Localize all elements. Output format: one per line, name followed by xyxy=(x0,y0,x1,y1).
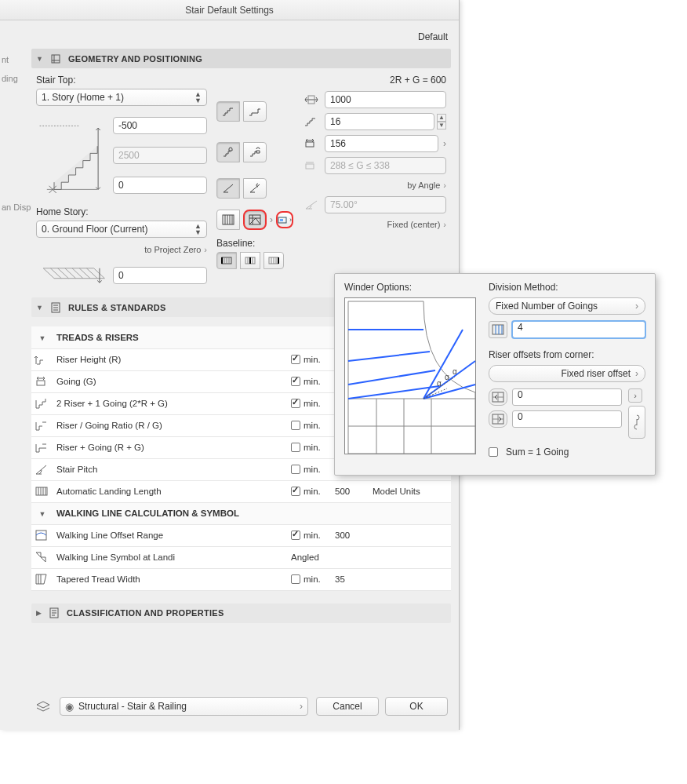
min-checkbox[interactable]: min. xyxy=(288,392,332,414)
sum-checkbox[interactable] xyxy=(489,447,498,457)
unlock-riser-icon[interactable] xyxy=(243,142,267,162)
layer-icon xyxy=(35,700,52,713)
sidebar-item[interactable]: ding xyxy=(0,69,31,88)
rule-name: Automatic Landing Length xyxy=(53,480,288,502)
rules-icon xyxy=(49,301,62,314)
layer-select[interactable]: ◉ Structural - Stair & Railing › xyxy=(60,697,308,716)
baseline-left-icon[interactable] xyxy=(216,252,237,269)
classification-icon xyxy=(48,607,60,619)
chevron-right-icon: › xyxy=(300,701,303,712)
plan-winder-icon[interactable] xyxy=(243,210,267,230)
classification-panel-header[interactable]: CLASSIFICATION AND PROPERTIES xyxy=(31,603,451,623)
stair-width-field[interactable]: 1000 xyxy=(325,91,446,108)
min-checkbox[interactable]: min. xyxy=(288,568,332,590)
baseline-right-icon[interactable] xyxy=(264,252,284,269)
min-checkbox[interactable]: min. xyxy=(288,436,332,458)
rule-value[interactable]: 500 xyxy=(332,480,369,502)
project-zero-link[interactable]: to Project Zero› xyxy=(36,241,207,258)
angle-field: 75.00° xyxy=(325,196,446,213)
link-offsets-icon[interactable] xyxy=(628,406,645,439)
rule-value[interactable]: 35 xyxy=(332,568,369,590)
formula-label: 2R + G = 600 xyxy=(303,75,446,86)
expand-offsets-button[interactable]: › xyxy=(628,388,642,403)
angle-segment[interactable] xyxy=(216,178,293,199)
landing-icon xyxy=(31,480,53,502)
angle-locked-icon[interactable] xyxy=(216,178,240,199)
by-angle-link[interactable]: by Angle› xyxy=(303,177,446,194)
disclosure-triangle-icon[interactable] xyxy=(36,609,42,617)
rule-value[interactable]: Angled xyxy=(288,546,451,568)
geometry-panel-header[interactable]: GEOMETRY AND POSITIONING xyxy=(31,49,451,68)
width-icon xyxy=(303,94,320,105)
stair-preview-icon xyxy=(36,114,108,200)
formula-icon xyxy=(31,392,53,414)
fixed-center-label: Fixed (center) xyxy=(387,220,440,229)
stepper-icon[interactable]: ▲▼ xyxy=(437,114,446,129)
min-checkbox[interactable]: min. xyxy=(288,348,332,370)
winder-options-button[interactable]: › xyxy=(276,211,293,228)
svg-text:α: α xyxy=(453,367,457,376)
riser-height-icon xyxy=(31,348,53,370)
goings-count-field[interactable]: 4 xyxy=(512,321,645,338)
rule-value[interactable]: 300 xyxy=(332,524,369,546)
riser-offsets-label: Riser offsets from corner: xyxy=(489,349,645,360)
sidebar-item[interactable]: an Displ xyxy=(0,198,31,217)
baseline-segment[interactable] xyxy=(216,252,293,269)
layer-label: Structural - Stair & Railing xyxy=(78,701,187,712)
offset-before-field[interactable]: 0 xyxy=(512,388,622,406)
rule-name: 2 Riser + 1 Going (2*R + G) xyxy=(53,392,288,414)
table-row: Automatic Landing Length min. 500 Model … xyxy=(31,480,451,502)
division-method-select[interactable]: Fixed Number of Goings › xyxy=(489,297,645,315)
cancel-button[interactable]: Cancel xyxy=(316,697,379,716)
sidebar-item[interactable]: nt xyxy=(0,50,31,69)
disclosure-triangle-icon[interactable] xyxy=(39,510,46,518)
angle-free-icon[interactable] xyxy=(243,178,267,199)
chevron-right-icon: › xyxy=(289,216,292,224)
table-row: Walking Line Symbol at Landi Angled xyxy=(31,546,451,568)
disclosure-triangle-icon[interactable] xyxy=(36,55,43,63)
rule-extra: Model Units xyxy=(369,480,451,502)
plan-type-segment[interactable] xyxy=(216,210,267,230)
project-zero-label: to Project Zero xyxy=(144,245,201,254)
stair-top-select[interactable]: 1. Story (Home + 1) ▲▼ xyxy=(36,89,207,106)
svg-rect-0 xyxy=(52,55,60,63)
offset-after-icon xyxy=(489,410,507,428)
home-story-select[interactable]: 0. Ground Floor (Current) ▲▼ xyxy=(36,221,207,238)
fixed-center-link[interactable]: Fixed (center)› xyxy=(303,216,446,233)
min-checkbox[interactable]: min. xyxy=(288,524,332,546)
disclosure-triangle-icon[interactable] xyxy=(36,304,43,312)
steps-icon xyxy=(303,116,320,127)
ok-button[interactable]: OK xyxy=(385,697,448,716)
flight-straight-icon[interactable] xyxy=(216,101,240,122)
top-offset-field[interactable]: -500 xyxy=(113,117,207,134)
table-row: Tapered Tread Width min. 35 xyxy=(31,568,451,590)
min-checkbox[interactable]: min. xyxy=(288,480,332,502)
rule-name: Riser / Going Ratio (R / G) xyxy=(53,414,288,436)
min-checkbox[interactable]: min. xyxy=(288,414,332,436)
rule-name: Walking Line Symbol at Landi xyxy=(53,546,288,568)
sidebar: nt ding an Displ xyxy=(0,27,31,724)
panel-title: CLASSIFICATION AND PROPERTIES xyxy=(67,608,224,618)
flight-type-segment[interactable] xyxy=(216,101,293,122)
chevron-right-icon: › xyxy=(635,368,638,379)
disclosure-triangle-icon[interactable] xyxy=(39,334,46,342)
min-checkbox[interactable]: min. xyxy=(288,458,332,480)
default-label: Default xyxy=(31,27,451,49)
bottom-offset-field[interactable]: 0 xyxy=(113,177,207,194)
flight-landing-icon[interactable] xyxy=(243,101,267,122)
winder-preview-icon: α α α xyxy=(344,297,476,454)
home-offset-field[interactable]: 0 xyxy=(113,267,207,284)
home-story-value: 0. Ground Floor (Current) xyxy=(42,221,147,237)
going-field[interactable]: 156 xyxy=(325,135,438,152)
riser-offset-mode-select[interactable]: Fixed riser offset › xyxy=(489,365,645,382)
svg-rect-14 xyxy=(36,531,46,540)
select-arrows-icon: ▲▼ xyxy=(194,223,202,235)
lock-segment[interactable] xyxy=(216,142,293,162)
baseline-center-icon[interactable] xyxy=(240,252,260,269)
svg-rect-9 xyxy=(306,142,314,147)
min-checkbox[interactable]: min. xyxy=(288,370,332,392)
plan-straight-icon[interactable] xyxy=(216,210,240,230)
offset-after-field[interactable]: 0 xyxy=(512,410,622,428)
lock-riser-icon[interactable] xyxy=(216,142,240,162)
step-count-field[interactable]: 16 xyxy=(325,113,434,130)
